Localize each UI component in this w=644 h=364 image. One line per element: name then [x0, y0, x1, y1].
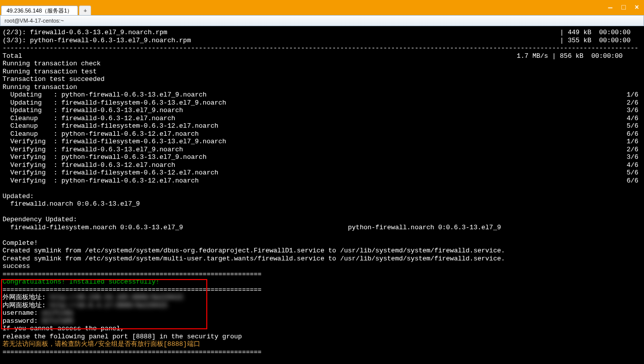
terminal-line: ========================================…: [3, 270, 262, 278]
footer1: If you cannot access the panel,: [3, 325, 124, 332]
terminal-line: Verifying : firewalld-0.6.3-13.el7_9.noa…: [3, 146, 638, 153]
terminal-line: ----------------------------------------…: [3, 44, 638, 52]
terminal-line: Total 1.7 MB/s | 856 kB 00:00:00: [3, 52, 623, 60]
terminal-line: Updated:: [3, 193, 34, 200]
terminal-line: firewalld.noarch 0:0.6.3-13.el7_9: [3, 200, 140, 208]
terminal-line: Cleanup : firewalld-0.6.3-12.el7.noarch …: [3, 115, 638, 122]
window-controls: — □ ×: [608, 0, 644, 15]
terminal-line: Verifying : python-firewall-0.6.3-12.el7…: [3, 177, 638, 185]
terminal-line: (3/3): python-firewall-0.6.3-13.el7_9.no…: [3, 37, 630, 44]
username-line: username: a1lfcs0a: [3, 309, 73, 317]
terminal-line: Transaction test succeeded: [3, 75, 105, 83]
terminal-line: Cleanup : firewalld-filesystem-0.6.3-12.…: [3, 122, 638, 130]
terminal-line: Cleanup : python-firewall-0.6.3-12.el7.n…: [3, 130, 638, 138]
pathbar: root@VM-4-17-centos:~: [0, 15, 644, 26]
terminal-line: Running transaction test: [3, 68, 97, 75]
terminal-line: Verifying : firewalld-filesystem-0.6.3-1…: [3, 138, 638, 145]
minimize-button[interactable]: —: [608, 4, 612, 12]
footer4: ========================================…: [3, 348, 262, 356]
external-url-line: 外网面板地址: http://49.236.54.165:8888/6e2294…: [3, 294, 183, 301]
terminal-line: (2/3): firewalld-0.6.3-13.el7_9.noarch.r…: [3, 29, 630, 36]
terminal-line: success: [3, 262, 30, 270]
terminal-line: Running transaction: [3, 83, 77, 91]
terminal-line: Created symlink from /etc/systemd/system…: [3, 255, 505, 262]
footer3-cn: 若无法访问面板，请检查防火墙/安全组是否有放行面板[8888]端口: [3, 340, 200, 348]
terminal-line: Updating : firewalld-0.6.3-13.el7_9.noar…: [3, 107, 638, 114]
terminal-output[interactable]: (2/3): firewalld-0.6.3-13.el7_9.noarch.r…: [0, 26, 644, 364]
terminal-line: Complete!: [3, 239, 38, 247]
terminal-line: Verifying : python-firewall-0.6.3-13.el7…: [3, 153, 638, 161]
separator-line: ========================================…: [3, 286, 262, 294]
internal-url-line: 内网面板地址: http://10.0.4.17:8888/6e229415: [3, 302, 168, 309]
terminal-line: Verifying : firewalld-0.6.3-12.el7.noarc…: [3, 161, 638, 169]
congrats-line: Congratulations! Installed successfully!: [3, 278, 159, 286]
tab-strip: 49.236.56.148（服务器1） +: [0, 0, 92, 15]
footer2: release the following panel port [8888] …: [3, 333, 242, 340]
terminal-line: Created symlink from /etc/systemd/system…: [3, 247, 505, 254]
close-button[interactable]: ×: [635, 4, 639, 12]
terminal-line: Running transaction check: [3, 60, 101, 67]
terminal-line: firewalld-filesystem.noarch 0:0.6.3-13.e…: [3, 224, 501, 231]
password-line: password: 627u7a09: [3, 317, 73, 325]
titlebar: 49.236.56.148（服务器1） + — □ ×: [0, 0, 644, 15]
maximize-button[interactable]: □: [621, 4, 625, 12]
terminal-line: Updating : python-firewall-0.6.3-13.el7_…: [3, 91, 638, 99]
new-tab-button[interactable]: +: [79, 6, 91, 15]
terminal-line: Verifying : firewalld-filesystem-0.6.3-1…: [3, 169, 638, 176]
tab-server1[interactable]: 49.236.56.148（服务器1）: [1, 6, 78, 15]
terminal-line: Dependency Updated:: [3, 216, 77, 223]
terminal-line: Updating : firewalld-filesystem-0.6.3-13…: [3, 99, 638, 107]
